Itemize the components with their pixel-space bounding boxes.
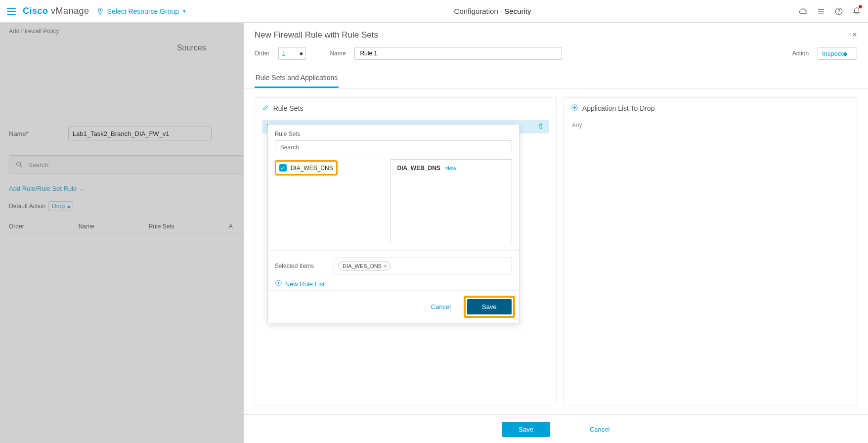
svg-point-5 [839, 13, 839, 13]
brand-bold: Cisco [23, 6, 48, 16]
rule-name-label-wrap: Name [330, 50, 346, 57]
popover-title: Rule Sets [275, 131, 512, 137]
action-label: Action [792, 50, 809, 57]
topbar-left: Cisco vManage Select Resource Group ▼ [7, 6, 186, 16]
selected-items-row: Selected Items DIA_WEB_DNS × [268, 250, 519, 274]
rule-sets-title: Rule Sets [273, 104, 304, 112]
rule-sets-header: Rule Sets [262, 104, 549, 113]
sort-icon: ◆ [300, 51, 303, 56]
brand: Cisco vManage [23, 6, 89, 16]
resource-group-label: Select Resource Group [107, 7, 179, 15]
popover-cancel-button[interactable]: Cancel [431, 303, 451, 310]
breadcrumb: Configuration · Security [454, 7, 531, 15]
popover-cancel-label: Cancel [431, 303, 451, 310]
selected-pill: DIA_WEB_DNS × [338, 261, 391, 271]
order-label: Order [255, 50, 270, 57]
rule-name-input[interactable] [354, 47, 562, 60]
preview-view-link[interactable]: view [445, 165, 456, 171]
sheet-title: New Firewall Rule with Rule Sets [255, 30, 378, 40]
sheet-save-button[interactable]: Save [502, 422, 550, 437]
menu-icon[interactable] [7, 8, 16, 15]
sheet-footer: Save Cancel [244, 414, 868, 443]
close-icon[interactable]: × [852, 30, 857, 40]
caret-down-icon: ▼ [182, 9, 186, 14]
breadcrumb-section: Configuration [454, 7, 498, 15]
app-list-title: Application List To Drop [582, 104, 655, 112]
help-icon[interactable] [834, 7, 843, 16]
remove-pill-icon[interactable]: × [384, 263, 387, 269]
ruleset-picker-popover: Rule Sets DIA_WEB_DNS DIA_WEB_DNS view S… [267, 124, 520, 323]
popover-actions: Cancel Save [268, 290, 519, 323]
sheet-cancel-label: Cancel [590, 426, 609, 433]
lines-icon[interactable] [817, 7, 825, 16]
new-rule-list-link[interactable]: New Rule List [268, 274, 519, 290]
pin-icon [96, 7, 104, 15]
topbar: Cisco vManage Select Resource Group ▼ Co… [0, 0, 868, 23]
popover-item-dia-web-dns[interactable]: DIA_WEB_DNS [275, 160, 338, 176]
trash-icon[interactable] [537, 123, 544, 131]
app-list-any: Any [571, 120, 850, 131]
preview-name: DIA_WEB_DNS [397, 165, 440, 172]
sheet: New Firewall Rule with Rule Sets × Order… [243, 23, 868, 443]
selected-items-box: DIA_WEB_DNS × [334, 258, 512, 274]
sheet-form: Order 1 ◆ Name Action Inspect ◆ [244, 43, 868, 67]
sheet-cancel-button[interactable]: Cancel [590, 426, 609, 433]
plus-circle-icon[interactable] [571, 104, 578, 113]
popover-search-input[interactable] [275, 140, 512, 154]
action-select[interactable]: Inspect ◆ [818, 47, 857, 60]
checkbox-checked[interactable] [279, 164, 287, 172]
app-list-header: Application List To Drop [571, 104, 850, 113]
resource-group-dropdown[interactable]: Select Resource Group ▼ [96, 7, 186, 15]
selected-items-label: Selected Items [275, 263, 314, 269]
plus-circle-icon-2 [275, 279, 282, 288]
popover-item-label: DIA_WEB_DNS [291, 165, 333, 172]
rule-name-label: Name [330, 50, 346, 57]
popover-save-button[interactable]: Save [467, 299, 512, 314]
action-value: Inspect [822, 50, 843, 57]
popover-body: DIA_WEB_DNS DIA_WEB_DNS view [268, 154, 519, 243]
popover-preview: DIA_WEB_DNS view [391, 159, 512, 243]
tab-label: Rule Sets and Applications [256, 74, 338, 82]
svg-point-0 [99, 9, 101, 11]
topbar-right [799, 6, 861, 16]
app-list-panel: Application List To Drop Any [564, 97, 857, 405]
notifications[interactable] [852, 6, 861, 16]
popover-list: DIA_WEB_DNS [275, 159, 384, 243]
notification-dot [859, 5, 862, 8]
order-value: 1 [282, 50, 285, 57]
pencil-icon[interactable] [262, 104, 269, 113]
popover-save-label: Save [482, 303, 497, 310]
tab-rulesets-applications[interactable]: Rule Sets and Applications [255, 70, 339, 88]
popover-save-highlight: Save [464, 296, 515, 318]
breadcrumb-page: Security [504, 7, 531, 15]
sheet-body: Rule Sets DIA_WEB_DNS Application List T… [244, 89, 868, 414]
sheet-save-label: Save [519, 426, 533, 433]
tabbar: Rule Sets and Applications [244, 70, 868, 89]
order-select[interactable]: 1 ◆ [278, 47, 306, 60]
brand-light: vManage [51, 6, 89, 16]
sort-icon-2: ◆ [843, 50, 848, 57]
cloud-icon[interactable] [799, 7, 808, 16]
selected-pill-label: DIA_WEB_DNS [343, 263, 382, 269]
new-rule-list-label: New Rule List [285, 280, 325, 288]
sheet-header: New Firewall Rule with Rule Sets × [244, 23, 868, 43]
